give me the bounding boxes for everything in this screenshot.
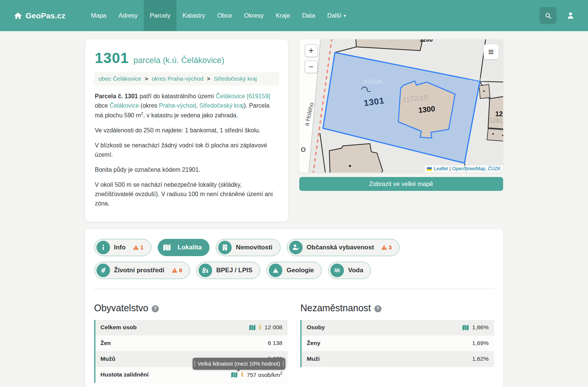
cell-value: 6 138 [268,340,282,346]
info-indicator-icon[interactable]: i [259,324,261,330]
hazards-text: V okolí 500 m se nachází nebezpečné loka… [94,180,279,208]
brand-logo[interactable]: GeoPas.cz [14,0,65,31]
section-title: Obyvatelstvo [94,303,149,314]
tab-geologie[interactable]: Geologie [267,262,322,279]
osm-link[interactable]: OpenStreetMap, ČÚZK [452,166,501,171]
user-icon [566,11,575,20]
show-big-map-button[interactable]: Zobrazit ve velké mapě [299,177,503,191]
nav-item-okresy[interactable]: Okresy [238,0,270,31]
table-row: Muži 1,62% [302,351,494,367]
search-icon [544,12,552,20]
map-canvas: 1301 1172/15 1300 1200 12 1281 © ČÚZK © … [299,39,503,172]
water-waves-icon [330,264,344,277]
building-icon [218,241,232,254]
nav-item-obce[interactable]: Obce [211,0,238,31]
link-okres[interactable]: Praha-východ [159,102,196,109]
nav-item-dalsi[interactable]: Další▾ [321,0,352,31]
nav-item-kraje[interactable]: Kraje [270,0,296,31]
zoom-out-button[interactable]: − [305,60,318,73]
tooltip-range-bar [194,360,195,367]
page-title-parcel-number: 1301 [95,50,129,66]
link-katastralni-uzemi[interactable]: Čelákovice [619159] [216,93,270,99]
tooltip-text: Velká lidnatost (mezi 10% hodnot) [198,361,280,367]
cuzk-watermark: © ČÚZK [364,79,382,84]
hamburger-icon: ≡ [488,46,494,58]
tab-obcanska-vybavenost[interactable]: Občanská vybavenost 3 [287,239,400,256]
tab-info[interactable]: Info 1 [94,239,152,256]
tab-bpej-lpis[interactable]: BPEJ / LPIS [196,262,260,279]
help-icon[interactable]: ? [152,305,159,312]
page-subtitle: parcela (k.ú. Čelákovice) [133,56,224,65]
user-account-button[interactable] [566,11,575,20]
water-text: V blízkosti se nenachází žádný vodní tok… [94,141,279,160]
amenities-text: Ve vzdálenosti do 250 m najdete: 1 banko… [94,126,279,135]
tab-voda[interactable]: Voda [328,262,371,279]
map-layers-menu-button[interactable]: ≡ [484,44,499,59]
breadcrumb-separator: > [145,75,148,82]
tab-bar: Info 1 Lokalita Nemovitosti [94,239,494,279]
cell-value: 1,62% [472,356,489,362]
warning-triangle-icon [133,244,139,250]
link-obec[interactable]: Čelákovice [110,102,139,109]
population-section: Obyvatelstvo ? Celkem osob i 12 008 Žen [94,303,288,383]
map-label-right: 12 [495,110,503,118]
table-row: Celkem osob i 12 008 [95,320,288,336]
warning-badge: 1 [133,244,143,250]
nav-item-parcely[interactable]: Parcely [144,0,176,31]
population-table: Celkem osob i 12 008 Žen 6 138 Mužů 5 8 [94,320,288,383]
tab-nemovitosti[interactable]: Nemovitosti [216,239,280,256]
show-on-map-icon[interactable] [462,324,469,331]
table-row: Ženy 1,69% [302,336,494,351]
person-check-icon [289,241,303,254]
warning-badge: 3 [381,244,392,250]
street-name-label-2: O [301,146,306,153]
breadcrumb-link-kraj[interactable]: Středočeský kraj [214,75,257,82]
tractor-icon [199,264,212,277]
tab-lokalita[interactable]: Lokalita [158,239,210,256]
info-indicator-icon[interactable]: i [241,372,243,378]
chevron-down-icon: ▾ [344,13,346,18]
tooltip: Velká lidnatost (mezi 10% hodnot) [193,358,285,370]
mountain-icon [269,264,282,277]
map-building [487,129,503,141]
show-on-map-icon[interactable] [249,324,256,331]
cuzk-watermark: © ČÚZK [469,77,487,82]
tab-zivotni-prostredi[interactable]: Životní prostředí 8 [94,262,190,279]
nav-item-adresy[interactable]: Adresy [113,0,144,31]
warning-triangle-icon [381,244,387,250]
map-label-building: 1300 [418,104,436,114]
table-row: Osoby 1,66% [302,320,494,336]
map-label-right2: 1281 [489,117,503,124]
ukraine-flag-icon [427,167,432,171]
leaf-icon [96,264,110,277]
nav-item-katastry[interactable]: Katastry [176,0,211,31]
main-menu: Mapa Adresy Parcely Katastry Obce Okresy… [85,0,352,31]
cadastral-map[interactable]: 1301 1172/15 1300 1200 12 1281 © ČÚZK © … [299,39,503,172]
cell-value: 757 osob/km2 [247,371,282,378]
warning-triangle-icon [172,267,178,273]
unemployment-section: Nezaměstnanost ? Osoby 1,66% Ženy 1,69% [300,303,494,383]
leaflet-link[interactable]: Leaflet [434,166,448,171]
cell-value: 12 008 [265,324,282,331]
map-zoom-controls: + − [305,44,318,73]
breadcrumb-link-okres[interactable]: okres Praha-východ [152,75,204,82]
search-button[interactable] [540,7,556,24]
warning-badge: 8 [172,267,182,273]
tooltip-range-bar [283,360,284,367]
parcel-description: Parcela č. 1301 patří do katastrálního ú… [94,92,279,120]
info-icon [96,241,110,254]
breadcrumb-link-obec[interactable]: obec Čelákovice [99,75,142,82]
tooltip-arrow [236,369,241,374]
dashed-divider [94,289,494,289]
detail-card: Info 1 Lokalita Nemovitosti [85,229,503,387]
nav-item-data[interactable]: Data [296,0,321,31]
zoom-in-button[interactable]: + [305,44,318,57]
section-title: Nezaměstnanost [300,303,371,314]
parcel-info-card: 1301 parcela (k.ú. Čelákovice) obec Čelá… [85,39,288,222]
nav-item-mapa[interactable]: Mapa [85,0,112,31]
help-icon[interactable]: ? [374,305,381,312]
map-label-top: 1200 [419,39,433,43]
table-row: Žen 6 138 [95,336,288,351]
link-kraj[interactable]: Středočeský kraj [199,102,244,109]
cell-value: 1,69% [472,340,489,346]
